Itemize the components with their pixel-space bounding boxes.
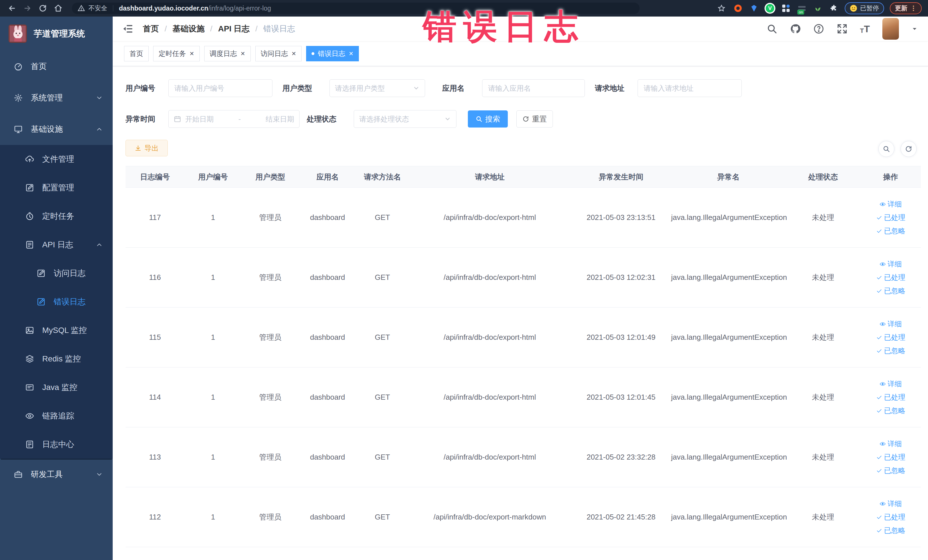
action-已处理[interactable]: 已处理 <box>876 392 905 402</box>
action-详细[interactable]: 详细 <box>879 379 902 389</box>
breadcrumb-separator: / <box>165 24 167 34</box>
exception-time-range[interactable]: 开始日期 - 结束日期 <box>168 110 299 128</box>
extension-leaf-icon[interactable] <box>813 3 823 14</box>
action-已处理[interactable]: 已处理 <box>876 512 905 522</box>
chevron-down-icon <box>444 116 451 122</box>
export-button[interactable]: 导出 <box>125 140 168 156</box>
font-size-icon[interactable]: TT <box>860 23 870 35</box>
layers-icon <box>25 354 34 363</box>
chrome-update-badge[interactable]: 更新 <box>890 2 922 14</box>
cell-actions: 详细已处理已忽略 <box>860 319 921 356</box>
extension-orange-icon[interactable] <box>733 3 743 14</box>
sidebar-item-12[interactable]: 链路追踪 <box>0 402 113 430</box>
chevron-down-icon[interactable] <box>911 26 918 32</box>
cell-url: /api/infra/db-doc/export-html <box>409 213 571 222</box>
omnibox-divider <box>113 5 113 11</box>
breadcrumb-item[interactable]: 首页 <box>143 23 159 34</box>
sidebar-item-1[interactable]: 系统管理 <box>0 82 113 113</box>
extension-green-v-icon[interactable]: V <box>765 3 775 14</box>
header-search-icon[interactable] <box>766 23 777 34</box>
action-已忽略[interactable]: 已忽略 <box>876 526 905 535</box>
sidebar-item-13[interactable]: 日志中心 <box>0 430 113 459</box>
extension-grid-icon[interactable] <box>781 3 791 14</box>
sidebar-item-8[interactable]: 错误日志 <box>0 288 113 316</box>
reload-icon[interactable] <box>37 3 49 14</box>
close-icon[interactable]: ✕ <box>189 51 194 56</box>
cell-user_type: 管理员 <box>242 392 299 402</box>
back-icon[interactable] <box>6 3 18 14</box>
table-header-row: 日志编号用户编号用户类型应用名请求方法名请求地址异常发生时间异常名处理状态操作 <box>125 166 921 188</box>
cell-status: 未处理 <box>786 212 860 223</box>
sidebar-item-3[interactable]: 文件管理 <box>0 145 113 174</box>
fullscreen-icon[interactable] <box>837 23 847 34</box>
app-name-input[interactable] <box>482 79 585 97</box>
action-详细[interactable]: 详细 <box>879 259 902 269</box>
extension-on-icon[interactable]: on <box>797 3 807 14</box>
close-icon[interactable]: ✕ <box>292 51 296 56</box>
profile-paused-badge[interactable]: 已暂停 <box>845 2 884 14</box>
sidebar-item-6[interactable]: API 日志 <box>0 230 113 259</box>
action-已忽略[interactable]: 已忽略 <box>876 226 905 236</box>
user-id-input[interactable] <box>168 79 272 97</box>
cell-url: /api/infra/db-doc/export-html <box>409 333 571 342</box>
sidebar-item-11[interactable]: Java 监控 <box>0 373 113 402</box>
forward-icon[interactable] <box>22 3 33 14</box>
action-已忽略[interactable]: 已忽略 <box>876 286 905 296</box>
refresh-table-button[interactable] <box>901 141 917 157</box>
tab-错误日志[interactable]: 错误日志✕ <box>306 46 359 61</box>
sidebar-item-label: 首页 <box>31 61 47 72</box>
action-已忽略[interactable]: 已忽略 <box>876 346 905 356</box>
hamburger-icon[interactable] <box>122 23 134 35</box>
process-status-select[interactable]: 请选择处理状态 <box>354 110 456 128</box>
bookmark-star-icon[interactable] <box>716 3 727 14</box>
action-已处理[interactable]: 已处理 <box>876 273 905 282</box>
sidebar-item-5[interactable]: 定时任务 <box>0 202 113 230</box>
cell-id: 117 <box>125 213 184 222</box>
github-icon[interactable] <box>790 23 801 34</box>
user-avatar[interactable] <box>882 18 899 40</box>
table-row: 1161管理员dashboardGET/api/infra/db-doc/exp… <box>125 248 921 308</box>
action-详细[interactable]: 详细 <box>879 499 902 508</box>
tab-定时任务[interactable]: 定时任务✕ <box>153 46 200 61</box>
not-secure-icon <box>78 5 85 12</box>
breadcrumb-item[interactable]: 基础设施 <box>172 23 205 34</box>
search-icon <box>883 145 890 153</box>
sidebar-item-9[interactable]: MySQL 监控 <box>0 316 113 345</box>
action-已忽略[interactable]: 已忽略 <box>876 466 905 475</box>
search-button[interactable]: 搜索 <box>468 110 508 128</box>
sidebar-item-14[interactable]: 研发工具 <box>0 459 113 490</box>
app-logo-row[interactable]: 芋道管理系统 <box>0 17 113 51</box>
chevron-down-icon <box>413 85 420 92</box>
tab-访问日志[interactable]: 访问日志✕ <box>255 46 302 61</box>
extensions-puzzle-icon[interactable] <box>829 3 839 14</box>
sidebar-item-7[interactable]: 访问日志 <box>0 259 113 288</box>
action-详细[interactable]: 详细 <box>879 319 902 329</box>
tab-首页[interactable]: 首页 <box>124 46 149 61</box>
toggle-search-button[interactable] <box>878 141 894 157</box>
sidebar-item-0[interactable]: 首页 <box>0 51 113 82</box>
extension-blue-icon[interactable] <box>749 3 759 14</box>
column-header: 操作 <box>860 172 921 182</box>
user-type-select[interactable]: 请选择用户类型 <box>330 79 425 97</box>
breadcrumb-item[interactable]: API 日志 <box>218 23 250 34</box>
action-已处理[interactable]: 已处理 <box>876 213 905 222</box>
home-icon[interactable] <box>52 3 64 14</box>
view-icon <box>879 201 886 208</box>
request-url-input[interactable] <box>638 79 742 97</box>
sidebar-item-4[interactable]: 配置管理 <box>0 174 113 202</box>
column-header: 异常名 <box>671 172 786 182</box>
sidebar-item-10[interactable]: Redis 监控 <box>0 345 113 373</box>
docs-help-icon[interactable] <box>814 23 824 34</box>
action-详细[interactable]: 详细 <box>879 200 902 209</box>
reset-button[interactable]: 重置 <box>516 110 553 128</box>
action-已处理[interactable]: 已处理 <box>876 333 905 342</box>
main-content: 用户编号 用户类型 请选择用户类型 应用名 请求地址 异常时间 开始日期 - 结… <box>113 66 928 560</box>
action-已忽略[interactable]: 已忽略 <box>876 406 905 415</box>
action-已处理[interactable]: 已处理 <box>876 452 905 462</box>
tab-调度日志[interactable]: 调度日志✕ <box>204 46 251 61</box>
column-header: 异常发生时间 <box>571 172 671 182</box>
sidebar-item-2[interactable]: 基础设施 <box>0 113 113 145</box>
close-icon[interactable]: ✕ <box>241 51 245 56</box>
action-详细[interactable]: 详细 <box>879 439 902 449</box>
close-icon[interactable]: ✕ <box>349 51 353 56</box>
